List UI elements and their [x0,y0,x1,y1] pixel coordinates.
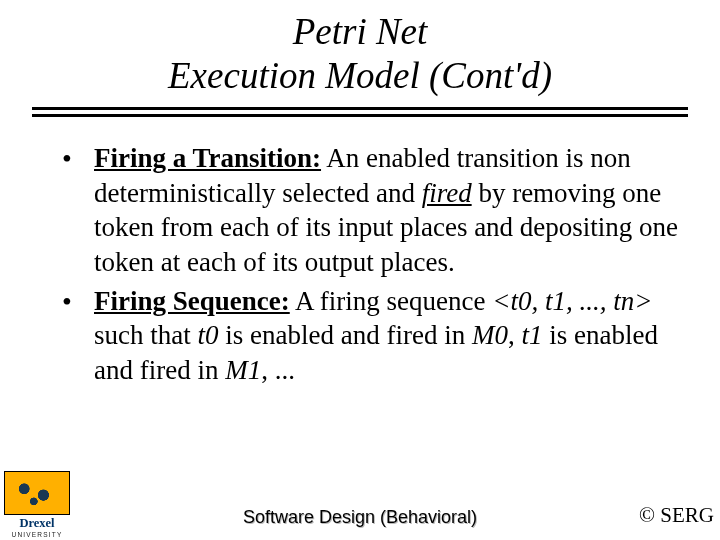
footer-copyright: © SERG [639,503,714,528]
logo-subtitle: UNIVERSITY [4,531,70,538]
slide-body: Firing a Transition: An enabled transiti… [0,117,720,387]
title-line2: Execution Model (Cont'd) [40,54,680,98]
title-underline [32,107,688,117]
bullet-item: Firing Sequence: A firing sequence <t0, … [60,284,680,388]
slide-footer: Drexel UNIVERSITY Software Design (Behav… [0,476,720,540]
slide-title: Petri Net Execution Model (Cont'd) [0,0,720,103]
bullet-term: Firing Sequence: [94,286,290,316]
bullet-term: Firing a Transition: [94,143,321,173]
title-line1: Petri Net [40,10,680,54]
bullet-item: Firing a Transition: An enabled transiti… [60,141,680,279]
footer-center-text: Software Design (Behavioral) [0,507,720,528]
